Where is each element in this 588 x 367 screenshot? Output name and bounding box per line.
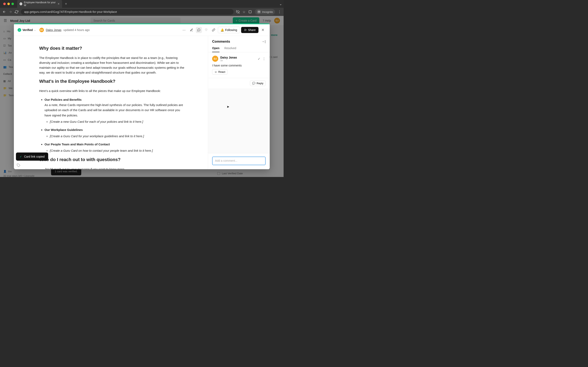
list-item: Our Workplace Guidelines [Create a Guru …: [44, 127, 185, 139]
card-content: Why does it matter? The Employee Handboo…: [14, 36, 208, 169]
comment-input[interactable]: [212, 157, 266, 165]
card-header: ✓ Verified ⌄ DJ Daisy Jonas updated 4 ho…: [14, 24, 270, 36]
share-icon: [244, 29, 247, 31]
incognito-label: Incognito: [262, 10, 273, 13]
browser-tab[interactable]: G Employee Handbook for your W ✕: [17, 0, 62, 8]
comments-panel: Comments →| Open Resolved DJ Daisy Jonas…: [208, 36, 270, 169]
comment-time: 1s: [220, 59, 237, 62]
reload-button[interactable]: [15, 10, 18, 14]
resolve-icon[interactable]: ✓: [258, 57, 260, 61]
tag-icon[interactable]: [17, 164, 20, 167]
sidebar-item[interactable]: ⌂Ho: [0, 28, 14, 35]
comments-tabs: Open Resolved: [208, 44, 270, 52]
paragraph: Here's a quick overview with links to al…: [39, 89, 185, 93]
comments-title: Comments: [212, 40, 230, 44]
edit-button[interactable]: [189, 27, 195, 33]
sidebar: ⌂Ho ▭My ☑Tas 📊An ▭Ca 👥Tea Collecti ▦All …: [0, 25, 14, 177]
menu-icon[interactable]: ⋮: [278, 10, 281, 14]
team-icon: 👥: [3, 66, 7, 68]
comment-item: DJ Daisy Jonas 1s ✓ ⋮ I have some commen…: [208, 52, 270, 78]
bell-icon: 🔔: [221, 28, 224, 32]
menu-icon[interactable]: ☰: [4, 18, 7, 23]
user-avatar[interactable]: DJ: [274, 18, 280, 24]
tab-title: Employee Handbook for your W: [24, 1, 56, 7]
sidebar-item[interactable]: 📁Tem: [0, 92, 14, 99]
url-input[interactable]: app.getguru.com/card/iGxgj7AT/Employee-H…: [21, 9, 233, 15]
comments-button[interactable]: [196, 27, 202, 33]
following-button[interactable]: 🔔 Following: [218, 27, 240, 33]
folder-icon: 📁: [3, 87, 7, 90]
close-window-button[interactable]: [3, 3, 6, 5]
reply-button[interactable]: 💬 Reply: [250, 81, 266, 86]
comment-menu-icon[interactable]: ⋮: [262, 57, 266, 61]
sidebar-item[interactable]: 📁We: [0, 85, 14, 92]
extensions-icon[interactable]: [248, 10, 252, 14]
react-button[interactable]: ☺ React: [212, 69, 227, 75]
sidebar-item[interactable]: ▭My: [0, 35, 14, 42]
close-icon[interactable]: ✕: [260, 27, 266, 33]
search-input[interactable]: Search for Cards: [91, 17, 181, 24]
create-card-button[interactable]: + Create a Card: [233, 17, 259, 24]
sidebar-item[interactable]: ▦All: [0, 77, 14, 85]
org-name: Mood Joy Ltd: [10, 19, 30, 22]
check-icon: ✓: [17, 28, 21, 32]
incognito-icon: 🕶: [257, 10, 261, 14]
card-icon: ▭: [3, 58, 6, 61]
placeholder-text: [Create a Guru Card for your workplace g…: [50, 134, 144, 138]
tabs-dropdown-icon[interactable]: ⌄: [279, 2, 282, 6]
updated-text: updated 4 hours ago: [63, 28, 90, 32]
share-button[interactable]: Share: [241, 27, 259, 33]
tab-open[interactable]: Open: [212, 47, 219, 52]
list-item: Our People Team and Main Points of Conta…: [44, 142, 185, 153]
trial-days[interactable]: 30 trial days left • Upgrade: [3, 174, 35, 177]
paragraph: The Employee Handbook is in place to cod…: [39, 55, 185, 75]
check-icon: ✓: [20, 155, 22, 158]
heading-whats-in: What's in the Employee Handbook?: [39, 79, 185, 84]
task-icon: ☑: [3, 44, 6, 47]
sidebar-item[interactable]: ☑Tas: [0, 42, 14, 49]
tab-resolved[interactable]: Resolved: [224, 47, 236, 52]
bookmark-icon: ▭: [3, 37, 6, 40]
minimize-window-button[interactable]: [7, 3, 10, 5]
sidebar-heading: Collecti: [0, 71, 14, 77]
verified-badge[interactable]: ✓ Verified ⌄: [17, 28, 36, 32]
trial-status[interactable]: 👤 Inv: [3, 170, 12, 173]
last-verified-filter[interactable]: Last Verified Date: [217, 172, 243, 175]
chevron-down-icon: ⌄: [34, 29, 36, 31]
more-button[interactable]: ⋯: [181, 27, 187, 33]
comment-avatar: DJ: [212, 56, 218, 62]
sidebar-item[interactable]: 👥Tea: [0, 63, 14, 71]
list-item: Our Policies and Benefits As a note, the…: [44, 97, 185, 124]
favorite-button[interactable]: ♡: [203, 27, 209, 33]
back-button[interactable]: [2, 10, 6, 14]
sidebar-item[interactable]: ▭Ca: [0, 56, 14, 63]
forward-button[interactable]: [9, 10, 12, 14]
more-link[interactable]: more: [271, 33, 277, 36]
grid-icon: ▦: [3, 80, 6, 83]
help-icon: ?: [263, 19, 264, 22]
author-link[interactable]: Daisy Jonas: [46, 28, 61, 32]
sidebar-item[interactable]: 📊An: [0, 49, 14, 56]
checkbox-icon[interactable]: [217, 172, 220, 175]
window-controls: [2, 3, 16, 5]
incognito-badge: 🕶 Incognito: [255, 9, 275, 15]
heading-why: Why does it matter?: [39, 46, 185, 51]
comment-text: I have some comments: [212, 64, 266, 67]
star-icon[interactable]: ☆: [242, 10, 245, 14]
close-tab-icon[interactable]: ✕: [58, 2, 60, 5]
help-button[interactable]: ? Help: [263, 19, 271, 22]
eye-off-icon[interactable]: [236, 10, 240, 14]
placeholder-text: [Create a Guru Card on how to contact yo…: [50, 149, 153, 152]
maximize-window-button[interactable]: [11, 3, 14, 5]
person-icon: 👤: [3, 170, 7, 173]
collapse-panel-icon[interactable]: →|: [261, 40, 266, 43]
new-tab-button[interactable]: +: [64, 2, 68, 6]
folder-icon: 📁: [3, 94, 7, 97]
smile-icon: ☺: [214, 70, 217, 73]
reply-icon: 💬: [252, 82, 255, 85]
toast-notification: ✓ Card link copied: [16, 152, 48, 161]
home-icon: ⌂: [3, 30, 5, 33]
comment-list: DJ Daisy Jonas 1s ✓ ⋮ I have some commen…: [208, 52, 270, 153]
link-button[interactable]: [210, 27, 217, 33]
placeholder-text: [Create a new Guru Card for each of your…: [50, 120, 143, 123]
